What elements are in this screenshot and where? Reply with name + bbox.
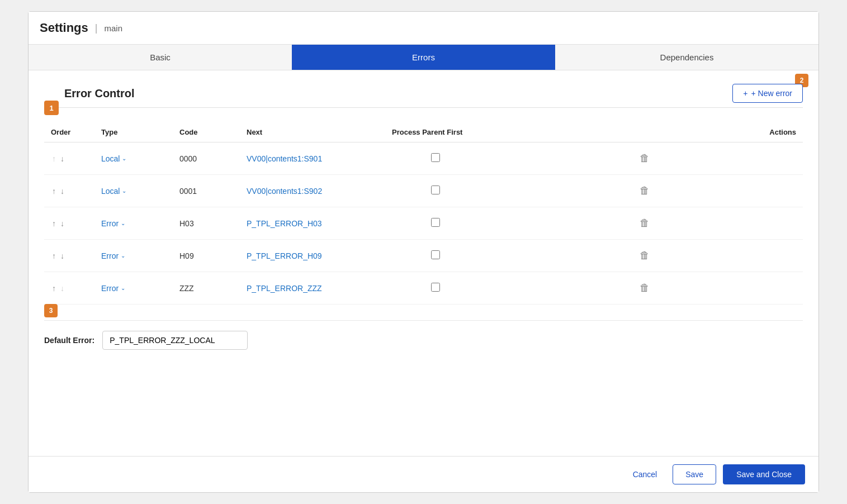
code-cell: ZZZ — [173, 272, 240, 305]
badge-3: 3 — [44, 304, 58, 317]
delete-button[interactable]: 🗑 — [635, 150, 654, 167]
ppf-checkbox[interactable] — [431, 186, 440, 194]
order-arrows: ↑ ↓ — [51, 283, 88, 293]
ppf-cell — [385, 142, 486, 175]
ppf-checkbox[interactable] — [431, 218, 440, 227]
type-value: Local — [101, 187, 120, 196]
chevron-down-icon: ⌄ — [122, 155, 126, 161]
save-button[interactable]: Save — [673, 464, 716, 484]
badge-1: 1 — [44, 101, 59, 115]
col-header-actions: Actions — [486, 123, 803, 142]
type-value: Local — [101, 154, 120, 163]
ppf-checkbox[interactable] — [431, 283, 440, 292]
type-dropdown[interactable]: Error⌄ — [101, 284, 125, 293]
table-row: ↑ ↓ Local⌄0001VV00|contents1:S902🗑 — [44, 175, 803, 207]
delete-button[interactable]: 🗑 — [635, 183, 654, 199]
actions-cell: 🗑 — [486, 207, 803, 240]
ppf-checkbox[interactable] — [431, 153, 440, 162]
col-header-ppf: Process Parent First — [385, 123, 486, 142]
arrow-down-button: ↓ — [59, 283, 65, 293]
actions-cell: 🗑 — [486, 272, 803, 305]
content-area: 1 Error Control 2 + + New error Order Ty… — [29, 70, 818, 456]
col-header-order: Order — [44, 123, 94, 142]
type-value: Error — [101, 219, 119, 228]
order-cell: ↑ ↓ — [44, 175, 94, 207]
chevron-down-icon: ⌄ — [121, 220, 125, 226]
code-cell: H03 — [173, 207, 240, 240]
new-error-button[interactable]: + + New error — [732, 84, 803, 103]
ppf-cell — [385, 240, 486, 272]
arrow-up-button[interactable]: ↑ — [51, 218, 57, 229]
table-row: ↑ ↓ Error⌄H09P_TPL_ERROR_H09🗑 — [44, 240, 803, 272]
ppf-cell — [385, 272, 486, 305]
chevron-down-icon: ⌄ — [122, 188, 126, 194]
next-cell[interactable]: P_TPL_ERROR_H03 — [240, 207, 385, 240]
order-cell: ↑ ↓ — [44, 142, 94, 175]
default-error-input[interactable] — [102, 331, 248, 350]
code-cell: H09 — [173, 240, 240, 272]
tab-basic[interactable]: Basic — [29, 45, 292, 70]
type-cell: Local⌄ — [94, 175, 173, 207]
order-arrows: ↑ ↓ — [51, 218, 88, 229]
ppf-cell — [385, 207, 486, 240]
order-cell: ↑ ↓ — [44, 240, 94, 272]
col-header-next: Next — [240, 123, 385, 142]
arrow-up-button[interactable]: ↑ — [51, 251, 57, 261]
section-title-group: 1 Error Control — [44, 87, 135, 100]
code-cell: 0001 — [173, 175, 240, 207]
type-cell: Error⌄ — [94, 272, 173, 305]
chevron-down-icon: ⌄ — [121, 285, 125, 291]
order-cell: ↑ ↓ — [44, 272, 94, 305]
delete-button[interactable]: 🗑 — [635, 215, 654, 231]
default-error-section: 3 Default Error: — [44, 320, 803, 350]
tab-dependencies[interactable]: Dependencies — [555, 45, 818, 70]
type-cell: Local⌄ — [94, 142, 173, 175]
arrow-down-button[interactable]: ↓ — [59, 251, 65, 261]
arrow-up-button[interactable]: ↑ — [51, 283, 57, 293]
table-row: ↑ ↓ Error⌄ZZZP_TPL_ERROR_ZZZ🗑 — [44, 272, 803, 305]
tab-errors[interactable]: Errors — [292, 45, 555, 70]
next-cell[interactable]: P_TPL_ERROR_H09 — [240, 240, 385, 272]
col-header-type: Type — [94, 123, 173, 142]
errors-table-container: Order Type Code Next Process Parent Firs… — [44, 123, 803, 305]
type-dropdown[interactable]: Local⌄ — [101, 154, 126, 163]
arrow-up-button: ↑ — [51, 154, 57, 164]
errors-table: Order Type Code Next Process Parent Firs… — [44, 123, 803, 305]
actions-cell: 🗑 — [486, 175, 803, 207]
code-cell: 0000 — [173, 142, 240, 175]
default-error-label: Default Error: — [44, 336, 94, 345]
arrow-up-button[interactable]: ↑ — [51, 186, 57, 196]
type-cell: Error⌄ — [94, 207, 173, 240]
ppf-cell — [385, 175, 486, 207]
page-title: Settings — [40, 21, 88, 35]
section-divider — [44, 107, 803, 108]
next-cell[interactable]: P_TPL_ERROR_ZZZ — [240, 272, 385, 305]
actions-cell: 🗑 — [486, 240, 803, 272]
actions-cell: 🗑 — [486, 142, 803, 175]
chevron-down-icon: ⌄ — [121, 253, 125, 259]
plus-icon: + — [743, 89, 747, 98]
table-row: ↑ ↓ Local⌄0000VV00|contents1:S901🗑 — [44, 142, 803, 175]
section-title: Error Control — [64, 87, 135, 100]
settings-window: Settings | main Basic Errors Dependencie… — [28, 11, 819, 493]
type-dropdown[interactable]: Local⌄ — [101, 187, 126, 196]
next-cell[interactable]: VV00|contents1:S902 — [240, 175, 385, 207]
type-dropdown[interactable]: Error⌄ — [101, 251, 125, 260]
header-subtitle: main — [104, 23, 122, 33]
header-divider: | — [95, 22, 98, 34]
ppf-checkbox[interactable] — [431, 250, 440, 259]
next-cell[interactable]: VV00|contents1:S901 — [240, 142, 385, 175]
tab-bar: Basic Errors Dependencies — [29, 45, 818, 70]
save-and-close-button[interactable]: Save and Close — [723, 464, 805, 484]
type-dropdown[interactable]: Error⌄ — [101, 219, 125, 228]
new-error-label: + New error — [751, 89, 792, 98]
cancel-button[interactable]: Cancel — [624, 465, 666, 483]
arrow-down-button[interactable]: ↓ — [59, 186, 65, 196]
type-value: Error — [101, 284, 119, 293]
arrow-down-button[interactable]: ↓ — [59, 154, 65, 164]
delete-button[interactable]: 🗑 — [635, 248, 654, 264]
type-cell: Error⌄ — [94, 240, 173, 272]
arrow-down-button[interactable]: ↓ — [59, 218, 65, 229]
order-arrows: ↑ ↓ — [51, 186, 88, 196]
delete-button[interactable]: 🗑 — [635, 280, 654, 296]
